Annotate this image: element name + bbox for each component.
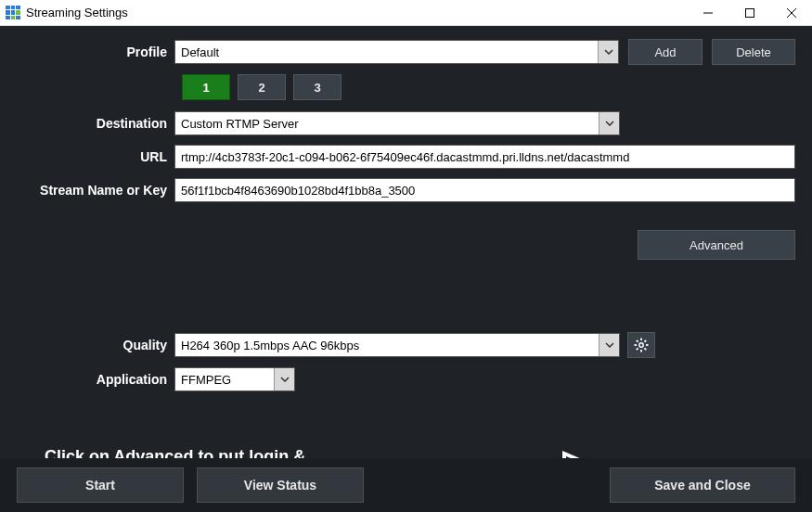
- titlebar: Streaming Settings: [0, 0, 812, 26]
- url-input[interactable]: rtmp://4cb3783f-20c1-c094-b062-6f75409ec…: [174, 145, 795, 169]
- destination-select[interactable]: Custom RTMP Server: [174, 111, 620, 135]
- start-button[interactable]: Start: [17, 467, 184, 503]
- svg-line-11: [637, 348, 638, 350]
- destination-label: Destination: [17, 116, 174, 131]
- close-button[interactable]: [770, 0, 812, 26]
- tab-2[interactable]: 2: [238, 74, 286, 100]
- window-title: Streaming Settings: [26, 6, 128, 19]
- svg-point-4: [639, 343, 643, 347]
- stream-key-input[interactable]: 56f1f1bcb4f8463690b1028bd4f1bb8a_3500: [174, 178, 795, 202]
- maximize-button[interactable]: [728, 0, 770, 26]
- quality-label: Quality: [17, 338, 174, 352]
- delete-button[interactable]: Delete: [712, 39, 795, 65]
- tab-1[interactable]: 1: [182, 74, 230, 100]
- url-label: URL: [17, 149, 174, 164]
- app-icon: [6, 6, 20, 20]
- minimize-button[interactable]: [687, 0, 728, 26]
- client-area: Profile Default Add Delete 1 2 3 Destina…: [0, 26, 812, 512]
- gear-icon: [634, 338, 649, 352]
- svg-rect-1: [745, 8, 754, 17]
- add-button[interactable]: Add: [628, 39, 702, 65]
- destination-tabs: 1 2 3: [182, 74, 795, 100]
- application-select[interactable]: FFMPEG: [174, 367, 295, 391]
- svg-line-12: [644, 340, 646, 342]
- destination-selected: Custom RTMP Server: [181, 117, 299, 131]
- quality-selected: H264 360p 1.5mbps AAC 96kbps: [181, 339, 359, 352]
- chevron-down-icon: [599, 112, 619, 134]
- tab-3[interactable]: 3: [293, 74, 342, 100]
- quality-settings-button[interactable]: [627, 332, 655, 358]
- chevron-down-icon: [599, 334, 619, 356]
- window: Streaming Settings Profile Default A: [0, 0, 812, 512]
- profile-select[interactable]: Default: [174, 40, 619, 64]
- profile-label: Profile: [17, 45, 174, 59]
- svg-line-9: [637, 340, 638, 342]
- view-status-button[interactable]: View Status: [197, 467, 364, 503]
- application-selected: FFMPEG: [181, 373, 231, 387]
- application-label: Application: [17, 372, 174, 387]
- profile-selected: Default: [181, 45, 219, 59]
- svg-line-10: [644, 348, 646, 350]
- quality-select[interactable]: H264 360p 1.5mbps AAC 96kbps: [174, 333, 620, 357]
- chevron-down-icon: [598, 41, 618, 63]
- advanced-button[interactable]: Advanced: [638, 230, 795, 260]
- stream-key-label: Stream Name or Key: [17, 183, 174, 198]
- footer: Start View Status Save and Close: [0, 458, 812, 512]
- save-and-close-button[interactable]: Save and Close: [610, 467, 795, 503]
- chevron-down-icon: [274, 368, 294, 390]
